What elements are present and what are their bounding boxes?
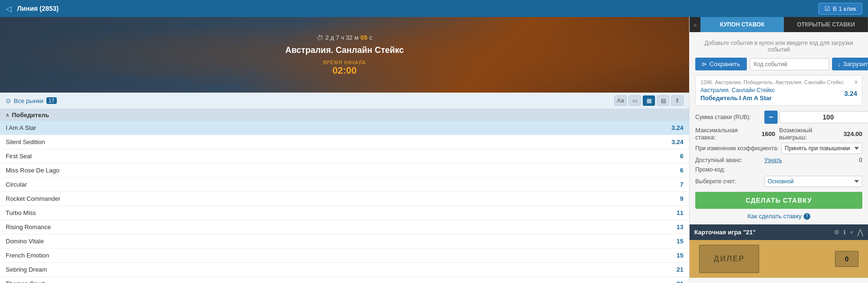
section-collapse-icon: ∧ xyxy=(6,112,9,118)
avans-link[interactable]: Узнать xyxy=(764,157,782,163)
card-game-header[interactable]: Карточная игра "21" ⚙ ℹ × ⋀ xyxy=(690,224,868,240)
view-expand-button[interactable]: ⇕ xyxy=(671,95,683,106)
odds-row[interactable]: Silent Sedition 3.24 xyxy=(0,135,689,149)
bet-controls: Сумма ставки (RUB): − + Максимальная ста… xyxy=(695,111,862,187)
timer-sec-suffix: с xyxy=(369,34,372,41)
possible-win-label: Возможный выигрыш: xyxy=(779,127,840,141)
odds-table: I Am A Star 3.24 Silent Sedition 3.24 Fi… xyxy=(0,121,689,283)
card-game-collapse-icon[interactable]: ⋀ xyxy=(857,228,863,237)
info-icon: ? xyxy=(804,213,810,220)
promo-row: Промо-код: xyxy=(695,166,862,173)
odds-name: Miss Rose De Lago xyxy=(6,167,664,174)
panel-collapse-icon[interactable]: » xyxy=(690,17,700,32)
how-to-bet-link[interactable]: Как сделать ставку ? xyxy=(695,213,862,220)
odds-name: I Am A Star xyxy=(6,124,664,131)
odds-row[interactable]: I Am A Star 3.24 xyxy=(0,121,689,135)
tab-open-bets[interactable]: ОТКРЫТЫЕ СТАВКИ xyxy=(784,17,868,32)
card-game-section: Карточная игра "21" ⚙ ℹ × ⋀ ДИЛЕР 0 xyxy=(690,224,868,278)
account-label: Выберите счет: xyxy=(695,178,762,185)
odds-value: 15 xyxy=(664,238,683,245)
start-time-value: 02:00 xyxy=(332,65,356,76)
stake-input-row: − + xyxy=(764,111,868,124)
view-icons: Аа ▭ ▦ ▤ ⇕ xyxy=(614,95,683,106)
odds-value: 9 xyxy=(664,195,683,202)
odds-name: Sebring Dream xyxy=(6,266,664,273)
odds-row[interactable]: Circular 7 xyxy=(0,178,689,192)
globe-icon: ⊙ xyxy=(6,97,11,104)
odds-name: Thames Court xyxy=(6,280,664,283)
odds-name: Domino Vitale xyxy=(6,238,664,245)
bet-slip-market: Победитель I Am A Star xyxy=(700,94,857,102)
left-content: ⏱ 2 д 7 ч 32 м 05 с Австралия. Санлайн С… xyxy=(0,17,689,283)
main-layout: ⏱ 2 д 7 ч 32 м 05 с Австралия. Санлайн С… xyxy=(0,17,868,283)
make-bet-button[interactable]: СДЕЛАТЬ СТАВКУ xyxy=(695,192,862,209)
account-select[interactable]: Основной xyxy=(764,176,862,187)
possible-win-value: 324.00 xyxy=(843,130,862,137)
stake-minus-button[interactable]: − xyxy=(764,111,778,124)
card-game-controls: ⚙ ℹ × ⋀ xyxy=(834,228,863,237)
score-box: 0 xyxy=(835,251,859,267)
odds-value: 6 xyxy=(664,167,683,174)
load-button[interactable]: ↓ Загрузить xyxy=(832,58,868,70)
avans-value: 0 xyxy=(859,157,862,163)
odds-value: 6 xyxy=(664,153,683,160)
odds-name: French Emotion xyxy=(6,252,664,259)
settings-icon[interactable]: ⚙ xyxy=(834,229,840,236)
stake-input[interactable] xyxy=(779,111,868,123)
card-game-body: ДИЛЕР 0 xyxy=(690,240,868,278)
save-button[interactable]: ⊳ Сохранить xyxy=(695,58,747,70)
odds-name: Rising Romance xyxy=(6,223,664,231)
odds-row[interactable]: Rising Romance 13 xyxy=(0,220,689,234)
odds-row[interactable]: First Seal 6 xyxy=(0,149,689,163)
bet-info-row: Максимальная ставка: 1600 Возможный выиг… xyxy=(695,127,862,141)
bet-slip: × 1286. Австралия. Победитель. Австралия… xyxy=(695,75,862,106)
bet-slip-meta: 1286. Австралия. Победитель. Австралия. … xyxy=(700,79,857,85)
back-button[interactable]: ◁ xyxy=(6,4,11,13)
save-icon: ⊳ xyxy=(702,60,707,68)
bet-odds: 3.24 xyxy=(844,90,857,97)
event-title: Австралия. Санлайн Стейкс xyxy=(285,45,404,55)
view-grid-button[interactable]: ▤ xyxy=(657,95,669,106)
how-to-bet-label: Как сделать ставку xyxy=(747,213,802,220)
close-card-icon[interactable]: × xyxy=(850,229,853,236)
markets-count: 17 xyxy=(46,97,57,104)
coupon-actions: ⊳ Сохранить ↓ Загрузить xyxy=(695,58,862,70)
view-single-button[interactable]: ▭ xyxy=(629,95,641,106)
odds-value: 11 xyxy=(664,209,683,216)
section-label: Победитель xyxy=(12,111,49,119)
odds-name: Silent Sedition xyxy=(6,138,664,146)
markets-label-button[interactable]: ⊙ Все рынки 17 xyxy=(6,97,57,104)
max-stake-value: 1600 xyxy=(762,130,775,137)
tab-coupon[interactable]: КУПОН СТАВОК xyxy=(700,17,784,32)
load-label: Загрузить xyxy=(843,60,868,68)
avans-label: Доступный аванс: xyxy=(695,157,762,163)
section-header[interactable]: ∧ Победитель xyxy=(0,109,689,121)
bet-market-label: Победитель xyxy=(700,94,738,102)
odds-row[interactable]: Rocket Commander 9 xyxy=(0,192,689,206)
coeff-label: При изменении коэффициента: xyxy=(695,145,779,152)
odds-row[interactable]: Miss Rose De Lago 6 xyxy=(0,163,689,178)
view-double-button[interactable]: ▦ xyxy=(643,95,655,106)
odds-name: Circular xyxy=(6,181,664,188)
odds-name: Rocket Commander xyxy=(6,195,664,202)
view-text-button[interactable]: Аа xyxy=(614,95,627,106)
odds-row[interactable]: Sebring Dream 21 xyxy=(0,263,689,277)
checkbox-icon: ☑ xyxy=(824,5,830,12)
odds-row[interactable]: French Emotion 15 xyxy=(0,249,689,263)
odds-row[interactable]: Turbo Miss 11 xyxy=(0,206,689,220)
coeff-select[interactable]: Принять при повышении xyxy=(781,143,862,154)
score-value: 0 xyxy=(845,255,849,263)
bet-slip-close-button[interactable]: × xyxy=(854,78,858,86)
info-card-icon[interactable]: ℹ xyxy=(843,229,846,236)
odds-value: 3.24 xyxy=(664,124,683,131)
one-click-button[interactable]: ☑ В 1 клик xyxy=(818,3,863,15)
odds-value: 21 xyxy=(664,280,683,283)
dealer-box: ДИЛЕР xyxy=(699,245,759,273)
odds-row[interactable]: Thames Court 21 xyxy=(0,277,689,283)
odds-value: 21 xyxy=(664,266,683,273)
odds-value: 15 xyxy=(664,252,683,259)
odds-row[interactable]: Domino Vitale 15 xyxy=(0,234,689,249)
event-code-input[interactable] xyxy=(750,58,829,70)
bet-selection: I Am A Star xyxy=(739,94,772,102)
page-title: Линия (2853) xyxy=(17,5,59,12)
